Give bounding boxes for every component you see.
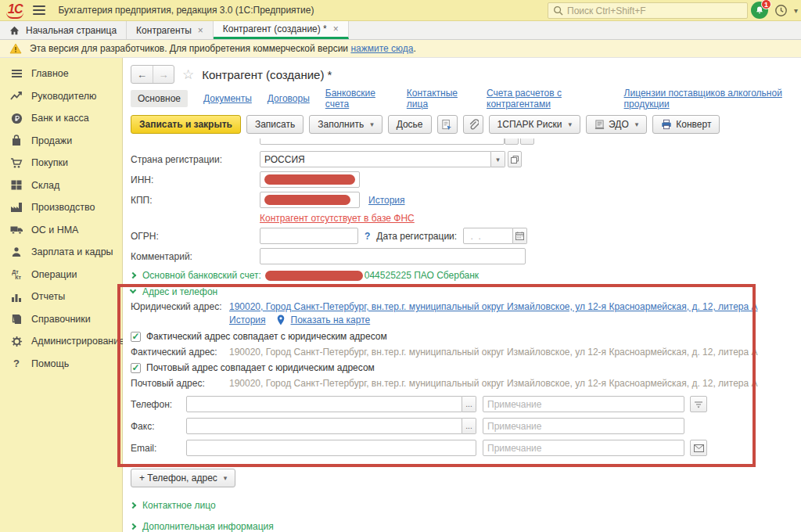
inn-input[interactable] <box>260 171 360 188</box>
clipped-button[interactable] <box>505 138 519 145</box>
fax-note-input[interactable] <box>483 418 684 434</box>
clipped-button[interactable] <box>520 138 534 145</box>
person-icon <box>9 246 23 257</box>
buy-commercial-link[interactable]: нажмите сюда <box>350 43 413 54</box>
close-icon[interactable]: × <box>333 23 339 34</box>
navlink-dokumenty[interactable]: Документы <box>203 93 252 104</box>
navlink-settlement-accounts[interactable]: Счета расчетов с контрагентами <box>487 88 609 110</box>
envelope-print-button[interactable]: Конверт <box>652 115 720 134</box>
sidebar-item-proizvodstvo[interactable]: Производство <box>0 196 122 219</box>
legal-address-link[interactable]: 190020, Город Санкт-Петербург, вн.тер.г.… <box>229 301 758 312</box>
chevron-right-icon <box>130 272 136 279</box>
1c-logo: 1С <box>6 2 23 19</box>
comment-label: Комментарий: <box>131 251 260 262</box>
bar-chart-icon <box>9 292 23 302</box>
sidebar-item-zarplata[interactable]: Зарплата и кадры <box>0 241 122 264</box>
open-country-button[interactable] <box>508 151 522 167</box>
close-icon[interactable]: × <box>198 25 203 36</box>
search-input[interactable] <box>567 5 742 16</box>
bank-account-expander[interactable]: Основной банковский счет: 044525225 ПАО … <box>131 270 788 281</box>
add-phone-address-button[interactable]: + Телефон, адрес▾ <box>131 469 235 487</box>
show-on-map-link[interactable]: Показать на карте <box>291 315 371 325</box>
tab-home-label: Начальная страница <box>26 25 117 36</box>
send-email-button[interactable] <box>690 440 707 456</box>
fill-button[interactable]: Заполнить▾ <box>309 115 382 134</box>
email-input[interactable] <box>186 440 476 456</box>
ogrn-input[interactable] <box>260 228 358 244</box>
dev-version-warning: Эта версия для разработчиков. Для приобр… <box>0 40 801 58</box>
sidebar-item-rukovoditelyu[interactable]: Руководителю <box>0 85 122 108</box>
sidebar-item-os-nma[interactable]: ОС и НМА <box>0 219 122 242</box>
sidebar-item-sklad[interactable]: Склад <box>0 174 122 197</box>
bank-account-redaction <box>265 271 363 281</box>
tab-bar: Начальная страница Контрагенты × Контраг… <box>0 21 801 40</box>
save-and-close-button[interactable]: Записать и закрыть <box>131 115 241 134</box>
notifications-bell-icon[interactable]: 1 <box>751 2 768 19</box>
fns-missing-link[interactable]: Контрагент отсутствует в базе ФНС <box>260 213 415 224</box>
comment-input[interactable] <box>260 248 526 264</box>
tab-kontragenty[interactable]: Контрагенты × <box>127 21 214 39</box>
sidebar-item-otchety[interactable]: Отчеты <box>0 286 122 308</box>
fact-equals-legal-checkbox[interactable]: ✓ <box>131 332 141 342</box>
sidebar-item-administrirovanie[interactable]: Администрирование <box>0 330 122 353</box>
form-nav-links: Основное Документы Договоры Банковские с… <box>131 89 801 108</box>
kpp-history-link[interactable]: История <box>368 195 405 206</box>
sidebar-item-operacii[interactable]: ДтКт Операции <box>0 264 122 286</box>
kpp-input[interactable] <box>260 192 360 208</box>
calendar-button[interactable] <box>513 228 527 244</box>
tab-home[interactable]: Начальная страница <box>0 21 127 39</box>
phone-more-button[interactable]: ... <box>462 396 476 412</box>
contact-person-expander[interactable]: Контактное лицо <box>131 500 788 511</box>
navlink-osnovnoe[interactable]: Основное <box>131 90 188 107</box>
sidebar-item-bank-kassa[interactable]: Банк и касса <box>0 107 122 130</box>
legal-address-history-link[interactable]: История <box>229 315 266 325</box>
history-clock-icon[interactable] <box>774 4 788 17</box>
inn-redaction <box>264 174 355 185</box>
fax-input[interactable] <box>186 418 462 434</box>
dossier-button[interactable]: Досье <box>388 115 432 134</box>
post-equals-legal-checkbox[interactable]: ✓ <box>131 363 141 373</box>
map-pin-icon[interactable] <box>277 315 285 325</box>
phone-input[interactable] <box>186 396 462 412</box>
save-button[interactable]: Записать <box>246 115 304 134</box>
fact-checkbox-label: Фактический адрес совпадает с юридически… <box>146 331 387 342</box>
email-note-input[interactable] <box>483 440 684 456</box>
chevron-down-icon[interactable]: ▾ <box>794 6 798 15</box>
favorite-star-icon[interactable]: ☆ <box>182 66 194 83</box>
check-icon: ✓ <box>131 364 139 372</box>
country-input[interactable] <box>260 151 491 167</box>
post-address-value: 190020, Город Санкт-Петербург, вн.тер.г.… <box>229 378 758 389</box>
navlink-contacts[interactable]: Контактные лица <box>407 88 471 110</box>
global-search[interactable] <box>548 2 748 19</box>
spark-risks-button[interactable]: 1СПАРК Риски▾ <box>489 115 581 134</box>
attach-file-button[interactable] <box>463 115 483 134</box>
forward-button[interactable]: → <box>153 66 174 83</box>
search-icon <box>553 5 563 16</box>
reg-date-input[interactable] <box>463 228 513 244</box>
clipped-input[interactable] <box>260 138 505 145</box>
address-phone-expander[interactable]: Адрес и телефон <box>131 286 788 297</box>
additional-info-expander[interactable]: Дополнительная информация <box>131 521 788 532</box>
navlink-dogovory[interactable]: Договоры <box>268 93 310 104</box>
tab-kontragent-create[interactable]: Контрагент (создание) * × <box>214 21 349 39</box>
navlink-alcohol-licenses[interactable]: Лицензии поставщиков алкогольной продукц… <box>624 88 801 110</box>
edo-button[interactable]: ЭДО▾ <box>586 115 647 134</box>
main-menu-icon[interactable] <box>33 5 45 15</box>
sidebar-item-prodazhi[interactable]: Продажи <box>0 130 122 153</box>
fax-more-button[interactable]: ... <box>462 418 476 434</box>
app-title: Бухгалтерия предприятия, редакция 3.0 (1… <box>58 5 314 16</box>
phone-actions-button[interactable] <box>690 396 707 412</box>
document-report-button[interactable] <box>437 115 458 134</box>
country-dropdown-button[interactable]: ▾ <box>491 151 505 167</box>
navlink-bank-accounts[interactable]: Банковские счета <box>325 88 391 110</box>
back-button[interactable]: ← <box>131 66 153 83</box>
sidebar-item-glavnoe[interactable]: Главное <box>0 63 122 85</box>
post-checkbox-label: Почтовый адрес совпадает с юридическим а… <box>146 362 375 373</box>
home-icon <box>9 26 20 35</box>
sidebar-item-pomosch[interactable]: ? Помощь <box>0 353 122 376</box>
phone-note-input[interactable] <box>483 396 684 412</box>
warning-text: Эта версия для разработчиков. Для приобр… <box>30 43 350 54</box>
sidebar-item-spravochniki[interactable]: Справочники <box>0 308 122 331</box>
sidebar-item-pokupki[interactable]: Покупки <box>0 152 122 174</box>
ogrn-hint-icon[interactable]: ? <box>365 231 370 242</box>
